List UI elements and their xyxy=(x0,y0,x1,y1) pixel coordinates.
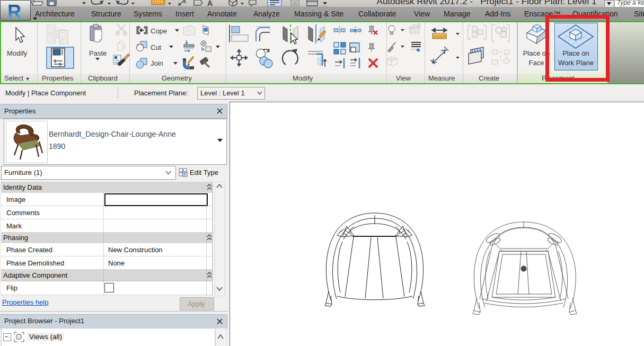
svg-text:R: R xyxy=(7,1,21,20)
svg-text:A: A xyxy=(207,0,213,7)
